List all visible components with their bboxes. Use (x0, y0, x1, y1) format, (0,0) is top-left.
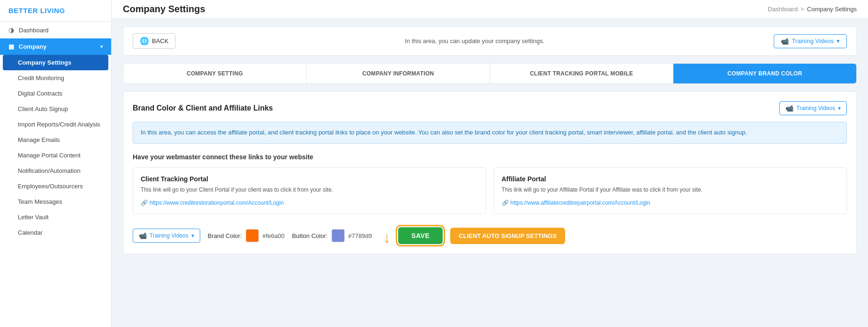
save-button[interactable]: SAVE (398, 227, 443, 244)
breadcrumb-current: Company Settings (807, 6, 857, 13)
training-arrow-card: ▾ (838, 105, 841, 111)
sidebar-label-company-settings: Company Settings (18, 59, 71, 66)
back-bar: 🌐 BACK In this area, you can update your… (123, 26, 857, 56)
sidebar-item-import-reports[interactable]: Import Reports/Credit Analysis (0, 117, 111, 132)
brand-color-group: Brand Color: #fe6a00 (208, 229, 285, 242)
sidebar-label-credit-monitoring: Credit Monitoring (18, 74, 64, 82)
sidebar-label-employees: Employees/Outsourcers (18, 183, 83, 190)
button-color-value: #7789d9 (348, 232, 372, 239)
sidebar-label-dashboard: Dashboard (19, 27, 49, 34)
tab-company-information[interactable]: COMPANY INFORMATION (307, 64, 490, 83)
section-heading: Have your webmaster connect these links … (133, 153, 847, 161)
sidebar-item-client-auto-signup[interactable]: Client Auto Signup (0, 101, 111, 117)
brand-color-value: #fe6a00 (263, 232, 285, 239)
training-arrow-bottom: ▾ (191, 232, 194, 239)
breadcrumb-dashboard[interactable]: Dashboard (768, 6, 798, 13)
sidebar-label-company: Company (19, 43, 46, 50)
tab-company-brand-color-label: COMPANY BRAND COLOR (727, 70, 802, 77)
training-videos-button-top[interactable]: 📹 Training Videos ▾ (774, 34, 847, 48)
portal-row: Client Tracking Portal This link will go… (133, 167, 847, 214)
brand-color-card: Brand Color & Client and Affiliate Links… (123, 91, 857, 254)
back-label: BACK (152, 37, 168, 45)
affiliate-portal-desc: This link will go to your Affiliate Port… (502, 186, 839, 194)
client-portal-link[interactable]: 🔗 https://www.creditrestorationportal.co… (141, 200, 478, 206)
training-label-card: Training Videos (796, 105, 835, 111)
sidebar-item-calendar[interactable]: Calendar (0, 225, 111, 240)
main-content: Company Settings Dashboard > Company Set… (112, 0, 868, 327)
tab-client-tracking-label: CLIENT TRACKING PORTAL MOBILE (530, 70, 633, 77)
link-icon-affiliate: 🔗 (502, 200, 509, 206)
bottom-controls: 📹 Training Videos ▾ Brand Color: #fe6a00… (133, 223, 847, 245)
sidebar-logo: BETTER LIVING (0, 0, 111, 22)
back-button[interactable]: 🌐 BACK (133, 33, 175, 49)
info-box-text: In this area, you can access the affilia… (141, 129, 747, 136)
sidebar-item-employees[interactable]: Employees/Outsourcers (0, 178, 111, 194)
company-icon: ▦ (8, 43, 14, 50)
training-label-bottom: Training Videos (150, 232, 189, 239)
sidebar-label-notification: Notification/Automation (18, 167, 81, 174)
page-title: Company Settings (123, 4, 205, 15)
video-icon-top: 📹 (781, 37, 789, 45)
company-arrow-icon: ▾ (100, 44, 103, 49)
sidebar-label-manage-portal: Manage Portal Content (18, 152, 81, 159)
sidebar-item-dashboard[interactable]: ◑ Dashboard (0, 22, 111, 38)
sidebar-label-client-auto-signup: Client Auto Signup (18, 105, 68, 112)
sidebar-item-manage-emails[interactable]: Manage Emails (0, 132, 111, 148)
training-arrow-top: ▾ (837, 37, 840, 45)
sidebar-label-team-messages: Team Messages (18, 198, 62, 205)
tab-company-brand-color[interactable]: COMPANY BRAND COLOR (673, 64, 856, 83)
affiliate-portal-card: Affiliate Portal This link will go to yo… (494, 167, 847, 214)
sidebar-label-digital-contracts: Digital Contracts (18, 90, 62, 97)
client-portal-title: Client Tracking Portal (141, 175, 478, 183)
button-color-group: Button Color: #7789d9 (292, 229, 372, 242)
brand-color-label: Brand Color: (208, 232, 242, 239)
sidebar-item-digital-contracts[interactable]: Digital Contracts (0, 86, 111, 101)
video-icon-bottom: 📹 (139, 232, 147, 239)
sidebar-label-import-reports: Import Reports/Credit Analysis (18, 121, 100, 128)
breadcrumb: Dashboard > Company Settings (768, 6, 857, 13)
button-color-swatch[interactable] (332, 229, 345, 242)
back-bar-info: In this area, you can update your compan… (185, 37, 764, 45)
tab-company-setting[interactable]: COMPANY SETTING (123, 64, 307, 83)
info-box: In this area, you can access the affilia… (133, 122, 847, 144)
affiliate-portal-title: Affiliate Portal (502, 175, 839, 183)
video-icon-card: 📹 (785, 104, 793, 112)
tab-company-information-label: COMPANY INFORMATION (362, 70, 434, 77)
sidebar-label-letter-vault: Letter Vault (18, 214, 49, 221)
client-tracking-portal-card: Client Tracking Portal This link will go… (133, 167, 486, 214)
card-title-row: Brand Color & Client and Affiliate Links… (133, 101, 847, 115)
back-globe-icon: 🌐 (140, 37, 149, 45)
client-portal-desc: This link will go to your Client Portal … (141, 186, 478, 194)
content-area: 🌐 BACK In this area, you can update your… (112, 19, 868, 327)
card-title-text: Brand Color & Client and Affiliate Links (133, 104, 273, 112)
link-icon-client: 🔗 (141, 200, 148, 206)
sidebar-label-calendar: Calendar (18, 229, 43, 236)
tab-company-setting-label: COMPANY SETTING (187, 70, 243, 77)
client-auto-signup-settings-button[interactable]: CLIENT AUTO SIGNUP SETTINGS (450, 228, 565, 244)
client-signup-label: CLIENT AUTO SIGNUP SETTINGS (459, 232, 557, 239)
dashboard-icon: ◑ (8, 26, 14, 34)
tab-client-tracking[interactable]: CLIENT TRACKING PORTAL MOBILE (490, 64, 673, 83)
brand-color-swatch[interactable] (246, 229, 259, 242)
sidebar-item-company[interactable]: ▦ Company ▾ (0, 38, 111, 55)
sidebar: BETTER LIVING ◑ Dashboard ▦ Company ▾ Co… (0, 0, 112, 327)
button-color-label: Button Color: (292, 232, 328, 239)
sidebar-item-credit-monitoring[interactable]: Credit Monitoring (0, 70, 111, 86)
sidebar-item-manage-portal[interactable]: Manage Portal Content (0, 148, 111, 163)
save-label: SAVE (411, 232, 430, 239)
logo-text: BETTER LIVING (8, 7, 65, 15)
arrow-indicator-icon: ↓ (383, 229, 391, 246)
client-portal-url: https://www.creditrestorationportal.com/… (150, 200, 284, 206)
affiliate-portal-link[interactable]: 🔗 https://www.affiliatecreditrepairporta… (502, 200, 839, 206)
tabs-container: COMPANY SETTING COMPANY INFORMATION CLIE… (123, 63, 857, 84)
sidebar-item-team-messages[interactable]: Team Messages (0, 194, 111, 209)
sidebar-label-manage-emails: Manage Emails (18, 136, 60, 143)
training-videos-button-bottom[interactable]: 📹 Training Videos ▾ (133, 229, 200, 243)
sidebar-item-company-settings[interactable]: Company Settings (3, 55, 108, 70)
affiliate-portal-url: https://www.affiliatecreditrepairportal.… (511, 200, 650, 206)
sidebar-item-notification[interactable]: Notification/Automation (0, 163, 111, 178)
sidebar-item-letter-vault[interactable]: Letter Vault (0, 209, 111, 225)
breadcrumb-separator: > (800, 6, 804, 13)
training-videos-button-card[interactable]: 📹 Training Videos ▾ (779, 101, 847, 115)
topbar: Company Settings Dashboard > Company Set… (112, 0, 868, 19)
